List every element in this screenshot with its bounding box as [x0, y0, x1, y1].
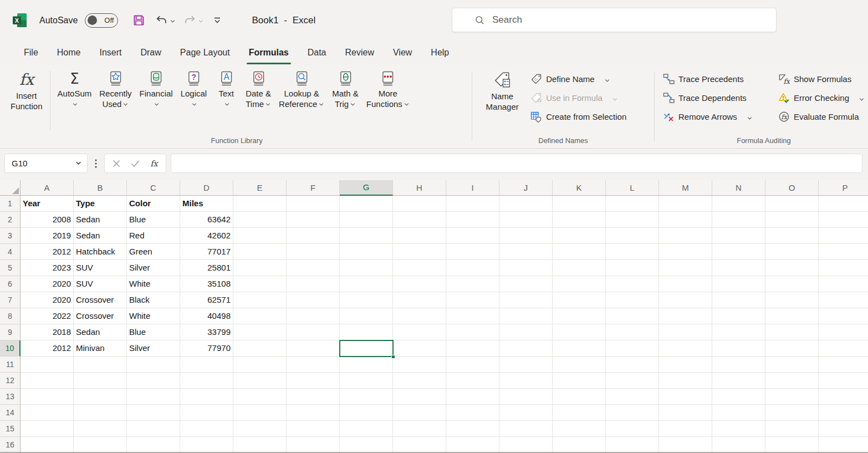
cell-C16[interactable] [127, 437, 180, 453]
cell-C9[interactable]: Blue [127, 324, 180, 340]
cell-B4[interactable]: Hatchback [74, 244, 127, 260]
cell-A5[interactable]: 2023 [21, 260, 74, 276]
cell-G10[interactable] [340, 340, 393, 357]
cell-H15[interactable] [393, 421, 446, 437]
cell-B15[interactable] [74, 421, 127, 437]
cell-K9[interactable] [553, 324, 606, 340]
cell-H12[interactable] [393, 373, 446, 389]
ribbon-button-recently-used[interactable]: RecentlyUsed [95, 68, 135, 109]
cell-P15[interactable] [819, 421, 868, 437]
cell-P8[interactable] [819, 308, 868, 324]
cell-I3[interactable] [446, 228, 499, 244]
cell-F16[interactable] [287, 437, 340, 453]
cell-O2[interactable] [765, 212, 819, 228]
cell-A6[interactable]: 2020 [21, 276, 74, 292]
row-header-15[interactable]: 15 [0, 421, 21, 437]
cell-H7[interactable] [393, 292, 446, 308]
cell-C11[interactable] [127, 357, 180, 373]
cell-D3[interactable]: 42602 [180, 228, 233, 244]
cell-C1[interactable]: Color [127, 196, 180, 212]
cell-D7[interactable]: 62571 [180, 292, 233, 308]
cell-A12[interactable] [21, 373, 74, 389]
cell-A7[interactable]: 2020 [21, 292, 74, 308]
cell-D11[interactable] [180, 357, 233, 373]
cell-F1[interactable] [287, 196, 340, 212]
cell-J12[interactable] [499, 373, 553, 389]
cell-E8[interactable] [233, 308, 287, 324]
tab-draw[interactable]: Draw [131, 40, 170, 65]
cell-D8[interactable]: 40498 [180, 308, 233, 324]
cell-E12[interactable] [233, 373, 287, 389]
ribbon-button-evaluate-formula[interactable]: fxEvaluate Formula [775, 109, 868, 125]
cell-P4[interactable] [819, 244, 868, 260]
cell-H3[interactable] [393, 228, 446, 244]
cell-L8[interactable] [606, 308, 659, 324]
undo-button[interactable] [155, 14, 176, 27]
cell-A16[interactable] [21, 437, 74, 453]
cell-F4[interactable] [287, 244, 340, 260]
cell-P14[interactable] [819, 405, 868, 421]
cell-E13[interactable] [233, 389, 287, 405]
ribbon-button-name-manager[interactable]: Name Manager [477, 68, 527, 112]
cell-F5[interactable] [287, 260, 340, 276]
cell-L10[interactable] [606, 340, 659, 357]
cell-A14[interactable] [21, 405, 74, 421]
cell-F8[interactable] [287, 308, 340, 324]
cell-M7[interactable] [659, 292, 712, 308]
cell-E6[interactable] [233, 276, 287, 292]
cell-N1[interactable] [712, 196, 765, 212]
cell-J7[interactable] [499, 292, 553, 308]
autosave-toggle[interactable]: Off [85, 13, 118, 28]
cell-C7[interactable]: Black [127, 292, 180, 308]
cell-H2[interactable] [393, 212, 446, 228]
cell-G4[interactable] [340, 244, 393, 260]
cell-A13[interactable] [21, 389, 74, 405]
cell-K16[interactable] [553, 437, 606, 453]
cell-M9[interactable] [659, 324, 712, 340]
row-header-9[interactable]: 9 [0, 324, 21, 340]
cell-I8[interactable] [446, 308, 499, 324]
cell-B5[interactable]: SUV [74, 260, 127, 276]
row-header-14[interactable]: 14 [0, 405, 21, 421]
cell-B6[interactable]: SUV [74, 276, 127, 292]
cell-K12[interactable] [553, 373, 606, 389]
cell-M1[interactable] [659, 196, 712, 212]
cell-B12[interactable] [74, 373, 127, 389]
cell-J11[interactable] [499, 357, 553, 373]
cell-F10[interactable] [287, 340, 340, 357]
cell-C6[interactable]: White [127, 276, 180, 292]
search-input[interactable]: Search [452, 8, 777, 32]
cell-F6[interactable] [287, 276, 340, 292]
cell-J5[interactable] [499, 260, 553, 276]
cell-M2[interactable] [659, 212, 712, 228]
column-header-M[interactable]: M [659, 180, 712, 196]
cell-I6[interactable] [446, 276, 499, 292]
row-header-7[interactable]: 7 [0, 292, 21, 308]
cell-K8[interactable] [553, 308, 606, 324]
cell-H14[interactable] [393, 405, 446, 421]
row-header-6[interactable]: 6 [0, 276, 21, 292]
column-header-K[interactable]: K [553, 180, 606, 196]
cell-D16[interactable] [180, 437, 233, 453]
ribbon-button-date-time[interactable]: Date &Time [242, 68, 275, 109]
cell-N5[interactable] [712, 260, 765, 276]
cell-G5[interactable] [340, 260, 393, 276]
cell-J14[interactable] [499, 405, 553, 421]
cell-G1[interactable] [340, 196, 393, 212]
cell-A3[interactable]: 2019 [21, 228, 74, 244]
cell-J1[interactable] [499, 196, 553, 212]
cell-E3[interactable] [233, 228, 287, 244]
cell-L14[interactable] [606, 405, 659, 421]
cell-L9[interactable] [606, 324, 659, 340]
cell-O5[interactable] [765, 260, 819, 276]
cell-F12[interactable] [287, 373, 340, 389]
cell-P2[interactable] [819, 212, 868, 228]
ribbon-button-text[interactable]: AText [211, 68, 242, 109]
cell-O1[interactable] [765, 196, 819, 212]
cell-O10[interactable] [765, 340, 819, 357]
cell-E2[interactable] [233, 212, 287, 228]
row-header-4[interactable]: 4 [0, 244, 21, 260]
cell-M4[interactable] [659, 244, 712, 260]
ribbon-button-financial[interactable]: Financial [136, 68, 177, 109]
cell-J2[interactable] [499, 212, 553, 228]
